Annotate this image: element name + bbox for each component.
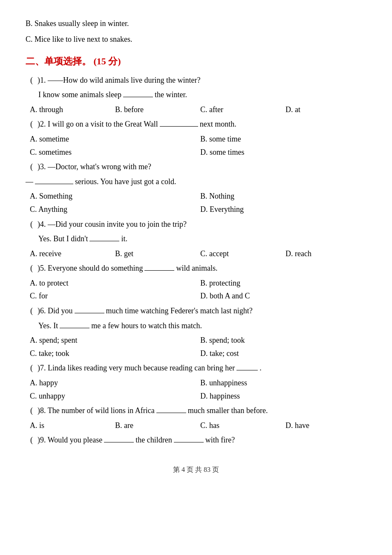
q1-opt-b: B. before [111, 103, 196, 116]
q5-text: )5. Everyone should do something [37, 262, 143, 275]
q4-sub-line: Yes. But I didn't it. [38, 232, 366, 246]
q6-opt-a: A. spend; spent [26, 334, 196, 347]
q9-paren: ( [26, 434, 37, 447]
q5-blank-1 [144, 270, 174, 271]
q5-paren: ( [26, 262, 37, 275]
q5-opt-a: A. to protect [26, 277, 196, 290]
line-b: B. Snakes usually sleep in winter. [26, 17, 366, 30]
q4-blank-1 [89, 241, 119, 241]
q3-blank-1 [35, 184, 73, 184]
q1-paren: ( [26, 74, 37, 87]
q8-opt-c: C. has [196, 419, 281, 432]
q9-text2: the children [135, 434, 172, 447]
q1-blank-1 [123, 97, 153, 97]
q5-options: A. to protect B. protecting C. for D. bo… [26, 277, 366, 303]
q4-sub-text2: it. [121, 232, 127, 246]
q6-opt-b: B. spend; took [196, 334, 366, 347]
question-8: ( )8. The number of wild lions in Africa… [26, 404, 366, 417]
q2-opt-d: D. some times [196, 146, 366, 159]
q7-opt-c: C. unhappy [26, 390, 196, 403]
question-6: ( )6. Did you much time watching Federer… [26, 304, 366, 318]
q4-paren: ( [26, 218, 37, 231]
q1-sub-line: I know some animals sleep the winter. [38, 88, 366, 101]
q3-paren: ( [26, 160, 37, 173]
q1-text: )1. ——How do wild animals live during th… [37, 74, 200, 87]
q6-options: A. spend; spent B. spend; took C. take; … [26, 334, 366, 360]
q7-text: )7. Linda likes reading very much becaus… [37, 361, 235, 375]
q2-options: A. sometime B. some time C. sometimes D.… [26, 133, 366, 159]
q4-options: A. receive B. get C. accept D. reach [26, 247, 366, 260]
q3-sub-line: — serious. You have just got a cold. [26, 175, 366, 188]
question-2: ( )2. I will go on a visit to the Great … [26, 118, 366, 131]
q1-sub-text2: the winter. [155, 88, 187, 101]
q7-paren: ( [26, 361, 37, 375]
q3-text: )3. —Doctor, what's wrong with me? [37, 160, 151, 173]
q4-sub-text: Yes. But I didn't [38, 232, 88, 246]
q7-blank-1 [236, 370, 258, 370]
q7-text2: . [259, 361, 262, 375]
q6-blank-2 [60, 328, 89, 328]
q8-opt-d: D. have [281, 419, 366, 432]
q3-opt-a: A. Something [26, 190, 196, 203]
q8-text2: much smaller than before. [188, 404, 268, 417]
page-footer: 第 4 页 共 83 页 [26, 464, 366, 475]
q8-text: )8. The number of wild lions in Africa [37, 404, 155, 417]
question-4: ( )4. —Did your cousin invite you to joi… [26, 218, 366, 231]
q6-opt-d: D. take; cost [196, 347, 366, 360]
q3-opt-b: B. Nothing [196, 190, 366, 203]
q5-text2: wild animals. [176, 262, 217, 275]
question-9: ( )9. Would you please the children with… [26, 434, 366, 447]
q3-opt-c: C. Anything [26, 203, 196, 216]
q6-opt-c: C. take; took [26, 347, 196, 360]
q1-opt-d: D. at [281, 103, 366, 116]
q8-blank-1 [156, 413, 186, 413]
q2-text: )2. I will go on a visit to the Great Wa… [37, 118, 158, 131]
q3-options: A. Something B. Nothing C. Anything D. E… [26, 190, 366, 216]
question-5: ( )5. Everyone should do something wild … [26, 262, 366, 275]
q2-opt-b: B. some time [196, 133, 366, 146]
q2-opt-a: A. sometime [26, 133, 196, 146]
section-title: 二、单项选择。 (15 分) [26, 53, 366, 69]
q2-paren: ( [26, 118, 37, 131]
q4-opt-b: B. get [111, 247, 196, 260]
q8-options: A. is B. are C. has D. have [26, 419, 366, 432]
q1-opt-a: A. through [26, 103, 111, 116]
q7-opt-b: B. unhappiness [196, 376, 366, 390]
q5-opt-d: D. both A and C [196, 289, 366, 303]
q3-dash: — [26, 175, 33, 188]
q6-text2: much time watching Federer's match last … [106, 304, 253, 318]
question-1: ( )1. ——How do wild animals live during … [26, 74, 366, 87]
q6-blank-1 [75, 313, 104, 313]
q7-options: A. happy B. unhappiness C. unhappy D. ha… [26, 376, 366, 402]
q1-options: A. through B. before C. after D. at [26, 103, 366, 116]
q4-text: )4. —Did your cousin invite you to join … [37, 218, 187, 231]
q9-text: )9. Would you please [37, 434, 102, 447]
q7-opt-a: A. happy [26, 376, 196, 390]
q6-text: )6. Did you [37, 304, 73, 318]
q2-blank-1 [160, 126, 198, 127]
line-c: C. Mice like to live next to snakes. [26, 33, 366, 46]
q6-sub-text: Yes. It [38, 319, 58, 332]
q2-text2: next month. [200, 118, 236, 131]
q7-opt-d: D. happiness [196, 390, 366, 403]
q9-text3: with fire? [205, 434, 235, 447]
q3-opt-d: D. Everything [196, 203, 366, 216]
q2-opt-c: C. sometimes [26, 146, 196, 159]
q1-opt-c: C. after [196, 103, 281, 116]
q5-opt-c: C. for [26, 289, 196, 303]
q1-sub-text: I know some animals sleep [38, 88, 121, 101]
q4-opt-c: C. accept [196, 247, 281, 260]
q8-opt-b: B. are [111, 419, 196, 432]
q9-blank-2 [174, 442, 204, 442]
q8-opt-a: A. is [26, 419, 111, 432]
q6-sub-text2: me a few hours to watch this match. [91, 319, 202, 332]
question-7: ( )7. Linda likes reading very much beca… [26, 361, 366, 375]
q4-opt-a: A. receive [26, 247, 111, 260]
q6-sub-line: Yes. It me a few hours to watch this mat… [38, 319, 366, 332]
q4-opt-d: D. reach [281, 247, 366, 260]
q5-opt-b: B. protecting [196, 277, 366, 290]
q9-blank-1 [104, 442, 134, 442]
q8-paren: ( [26, 404, 37, 417]
q3-sub-text2: serious. You have just got a cold. [75, 175, 176, 188]
q6-paren: ( [26, 304, 37, 318]
